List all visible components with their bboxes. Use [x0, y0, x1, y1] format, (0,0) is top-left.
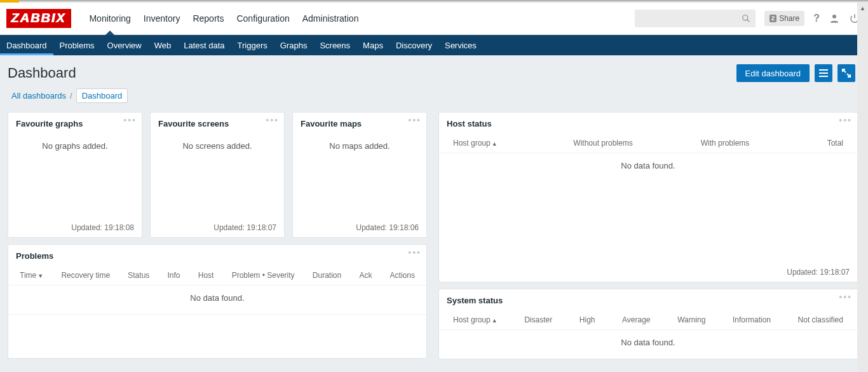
- widget-menu-icon[interactable]: •••: [839, 118, 852, 123]
- widget-favourite-maps: ••• Favourite maps No maps added. Update…: [292, 112, 427, 238]
- col-without-problems[interactable]: Without problems: [542, 139, 664, 148]
- subnav-triggers[interactable]: Triggers: [231, 35, 274, 55]
- breadcrumb-root[interactable]: All dashboards: [11, 91, 66, 100]
- hoststatus-columns: Host group▲ Without problems With proble…: [439, 134, 857, 153]
- scroll-up-icon[interactable]: ▲: [857, 3, 868, 13]
- sysstatus-nodata: No data found.: [439, 330, 857, 359]
- widget-title: Favourite graphs: [8, 113, 142, 134]
- share-button[interactable]: Z Share: [764, 11, 805, 26]
- widget-empty-message: No screens added.: [151, 134, 284, 218]
- col-average[interactable]: Average: [622, 315, 650, 324]
- widget-title: Problems: [8, 245, 426, 266]
- widget-favourite-screens: ••• Favourite screens No screens added. …: [150, 112, 285, 238]
- fullscreen-button[interactable]: [837, 64, 855, 82]
- breadcrumb-separator: /: [70, 91, 72, 100]
- col-recovery[interactable]: Recovery time: [61, 271, 110, 280]
- subnav-graphs[interactable]: Graphs: [274, 35, 314, 55]
- search-input[interactable]: [635, 10, 756, 27]
- widget-empty-message: No graphs added.: [8, 134, 142, 218]
- widget-updated: Updated: 19:18:07: [151, 218, 284, 237]
- col-status[interactable]: Status: [128, 271, 149, 280]
- user-icon[interactable]: [829, 13, 840, 24]
- col-host[interactable]: Host: [198, 271, 214, 280]
- subnav-web[interactable]: Web: [148, 35, 178, 55]
- col-high[interactable]: High: [580, 315, 595, 324]
- share-z-icon: Z: [770, 15, 777, 22]
- fullscreen-icon: [842, 69, 851, 78]
- subnav-services[interactable]: Services: [438, 35, 483, 55]
- widget-title: Favourite maps: [293, 113, 426, 134]
- main-nav: Monitoring Inventory Reports Configurati…: [83, 3, 365, 34]
- widget-updated: Updated: 19:18:07: [439, 263, 857, 282]
- page-title: Dashboard: [8, 65, 76, 81]
- subnav-dashboard[interactable]: Dashboard: [0, 35, 53, 55]
- subnav-problems[interactable]: Problems: [53, 35, 101, 55]
- widget-menu-icon[interactable]: •••: [266, 118, 279, 123]
- col-disaster[interactable]: Disaster: [524, 315, 552, 324]
- widget-host-status: ••• Host status Host group▲ Without prob…: [438, 112, 858, 282]
- mainnav-inventory[interactable]: Inventory: [137, 3, 187, 34]
- col-time[interactable]: Time▼: [20, 271, 43, 280]
- col-information[interactable]: Information: [733, 315, 771, 324]
- widget-menu-icon[interactable]: •••: [839, 294, 852, 300]
- col-total[interactable]: Total: [786, 139, 843, 148]
- subnav-screens[interactable]: Screens: [313, 35, 356, 55]
- col-duration[interactable]: Duration: [313, 271, 341, 280]
- widget-updated: Updated: 19:18:06: [293, 218, 426, 237]
- sub-nav: Dashboard Problems Overview Web Latest d…: [0, 35, 868, 55]
- widget-updated: Updated: 19:18:08: [8, 218, 142, 237]
- widget-problems: ••• Problems Time▼ Recovery time Status …: [8, 244, 427, 359]
- col-host-group[interactable]: Host group▲: [453, 139, 542, 148]
- col-ack[interactable]: Ack: [359, 271, 372, 280]
- share-label: Share: [779, 14, 799, 23]
- col-problem[interactable]: Problem • Severity: [232, 271, 295, 280]
- sysstatus-columns: Host group▲ Disaster High Average Warnin…: [439, 310, 857, 330]
- zabbix-logo[interactable]: ZABBIX: [6, 9, 71, 28]
- svg-point-2: [832, 15, 836, 18]
- search-icon: [742, 14, 750, 23]
- subnav-discovery[interactable]: Discovery: [390, 35, 438, 55]
- svg-point-0: [742, 15, 747, 20]
- problems-nodata: No data found.: [8, 286, 426, 315]
- mainnav-reports[interactable]: Reports: [186, 3, 230, 34]
- subnav-maps[interactable]: Maps: [356, 35, 390, 55]
- svg-line-1: [747, 20, 749, 22]
- page-header: Dashboard Edit dashboard: [0, 55, 868, 86]
- help-icon[interactable]: ?: [813, 13, 820, 24]
- subnav-overview[interactable]: Overview: [101, 35, 148, 55]
- problems-columns: Time▼ Recovery time Status Info Host Pro…: [8, 266, 426, 286]
- col-actions[interactable]: Actions: [390, 271, 415, 280]
- breadcrumb-current: Dashboard: [76, 88, 128, 103]
- widget-menu-icon[interactable]: •••: [123, 118, 137, 123]
- sort-asc-icon: ▲: [492, 317, 498, 324]
- widget-system-status: ••• System status Host group▲ Disaster H…: [438, 289, 858, 359]
- widget-menu-icon[interactable]: •••: [408, 118, 421, 123]
- col-host-group[interactable]: Host group▲: [453, 315, 498, 324]
- col-warning[interactable]: Warning: [677, 315, 705, 324]
- mainnav-monitoring[interactable]: Monitoring: [83, 3, 137, 34]
- widget-title: System status: [439, 289, 857, 310]
- edit-dashboard-button[interactable]: Edit dashboard: [736, 64, 810, 82]
- hamburger-icon: [818, 69, 829, 78]
- dashboard-list-button[interactable]: [815, 64, 832, 82]
- widget-empty-message: No maps added.: [293, 134, 426, 218]
- mainnav-administration[interactable]: Administration: [296, 3, 365, 34]
- col-not-classified[interactable]: Not classified: [798, 315, 843, 324]
- breadcrumb: All dashboards / Dashboard: [0, 86, 868, 112]
- widget-title: Host status: [439, 113, 857, 134]
- topbar: ZABBIX Monitoring Inventory Reports Conf…: [0, 3, 868, 35]
- hoststatus-nodata: No data found.: [439, 153, 857, 182]
- scrollbar[interactable]: ▲: [857, 3, 868, 359]
- mainnav-configuration[interactable]: Configuration: [230, 3, 295, 34]
- widget-menu-icon[interactable]: •••: [408, 250, 421, 255]
- sort-asc-icon: ▲: [492, 141, 498, 147]
- widget-title: Favourite screens: [151, 113, 284, 134]
- widget-favourite-graphs: ••• Favourite graphs No graphs added. Up…: [8, 112, 142, 238]
- subnav-latest-data[interactable]: Latest data: [177, 35, 231, 55]
- col-info[interactable]: Info: [168, 271, 180, 280]
- col-with-problems[interactable]: With problems: [664, 139, 786, 148]
- sort-desc-icon: ▼: [37, 273, 43, 279]
